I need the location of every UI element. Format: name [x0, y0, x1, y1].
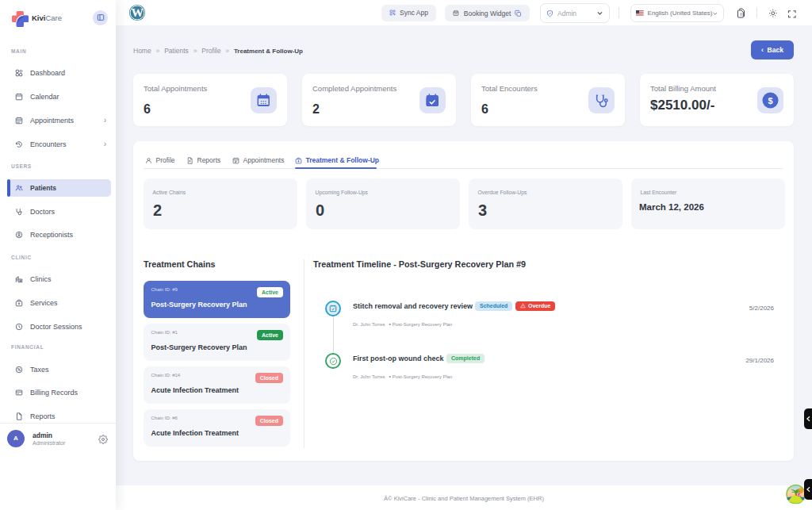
svg-text:$: $	[768, 96, 772, 105]
svg-text:W: W	[131, 6, 144, 19]
